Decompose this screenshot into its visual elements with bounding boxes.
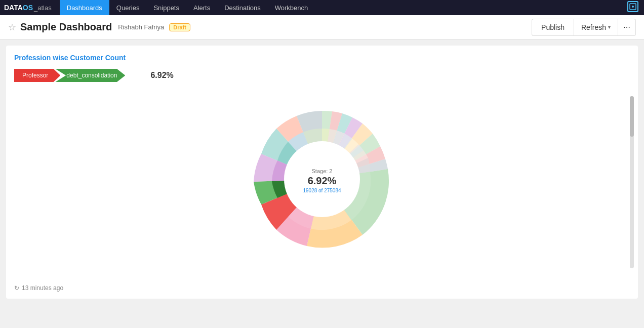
- center-stage: Stage: 2: [312, 168, 333, 174]
- header-bar: ☆ Sample Dashboard Rishabh Fafriya Draft…: [0, 15, 644, 39]
- author-name: Rishabh Fafriya: [118, 23, 164, 31]
- nav-item-snippets[interactable]: Snippets: [146, 0, 186, 15]
- nav-item-destinations[interactable]: Destinations: [217, 0, 268, 15]
- chevron-down-icon: ▾: [608, 24, 611, 30]
- card-title: Profession wise Customer Count: [14, 54, 630, 62]
- brand-data: DATA: [4, 4, 23, 12]
- percentage-label: 6.92%: [150, 71, 173, 80]
- refresh-button[interactable]: Refresh ▾: [574, 19, 618, 36]
- publish-button[interactable]: Publish: [532, 19, 574, 36]
- filter-bar: Professor debt_consolidation 6.92%: [14, 69, 630, 82]
- center-count: 19028 of 275084: [303, 188, 341, 193]
- filter-professor[interactable]: Professor: [14, 69, 60, 82]
- nav-item-alerts[interactable]: Alerts: [186, 0, 217, 15]
- nav-items: Dashboards Queries Snippets Alerts Desti…: [60, 0, 626, 15]
- main-content: Profession wise Customer Count Professor…: [0, 39, 644, 328]
- timestamp-label: 13 minutes ago: [22, 284, 63, 292]
- brand-logo: DATA OS _atlas: [4, 4, 52, 12]
- nav-item-workbench[interactable]: Workbench: [268, 0, 315, 15]
- more-options-button[interactable]: ⋯: [618, 19, 636, 36]
- dashboard-card: Profession wise Customer Count Professor…: [6, 46, 638, 299]
- page-title: Sample Dashboard: [20, 21, 112, 33]
- refresh-label: Refresh: [581, 23, 606, 31]
- svg-point-2: [632, 6, 634, 8]
- donut-chart: Stage: 2 6.92% 19028 of 275084: [241, 98, 403, 260]
- more-dots-icon: ⋯: [623, 23, 630, 31]
- refresh-small-icon: ↻: [14, 284, 19, 292]
- chart-container: Stage: 2 6.92% 19028 of 275084: [14, 88, 630, 270]
- timestamp: ↻ 13 minutes ago: [14, 284, 63, 292]
- nav-logo-icon: [626, 0, 640, 16]
- filter-debt-consolidation[interactable]: debt_consolidation: [55, 69, 125, 82]
- scrollbar-thumb[interactable]: [630, 96, 634, 137]
- top-navigation: DATA OS _atlas Dashboards Queries Snippe…: [0, 0, 644, 15]
- status-badge: Draft: [169, 23, 190, 31]
- brand-os: OS: [23, 4, 33, 12]
- nav-item-queries[interactable]: Queries: [109, 0, 147, 15]
- brand-atlas: _atlas: [34, 4, 52, 12]
- scrollbar-track[interactable]: [630, 96, 634, 268]
- nav-item-dashboards[interactable]: Dashboards: [60, 0, 109, 15]
- favorite-icon[interactable]: ☆: [8, 22, 16, 33]
- center-percentage: 6.92%: [308, 175, 337, 186]
- header-actions: Publish Refresh ▾ ⋯: [532, 19, 636, 36]
